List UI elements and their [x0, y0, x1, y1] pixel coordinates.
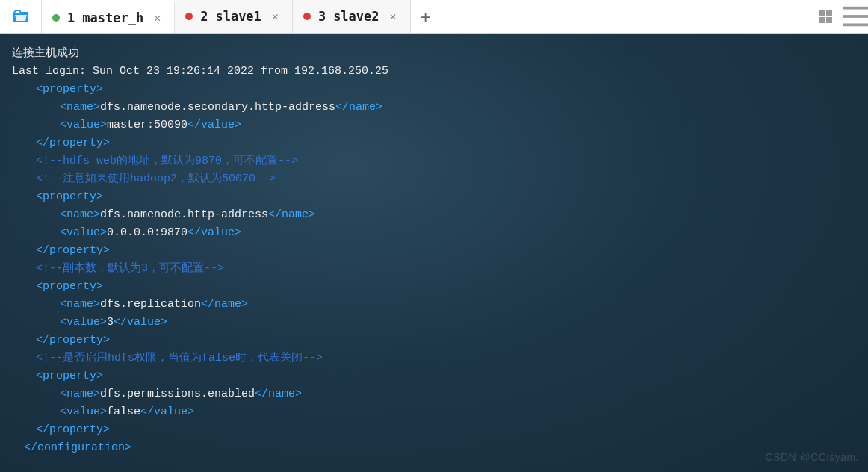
tab-label: master_h [82, 10, 143, 25]
terminal-line: </property> [12, 134, 856, 152]
terminal-line: <value>3</value> [12, 314, 856, 332]
folder-open-icon [12, 7, 30, 25]
tab-number: 3 [318, 9, 326, 24]
terminal-line: <property> [12, 278, 856, 296]
status-dot-icon [303, 13, 311, 20]
terminal-line: </configuration> [12, 439, 856, 457]
terminal-line: <name>dfs.namenode.http-address</name> [12, 206, 856, 224]
svg-rect-4 [843, 7, 868, 10]
terminal-line: <property> [12, 188, 856, 206]
watermark: CSDN @CCisyam. [766, 448, 859, 466]
terminal-output[interactable]: 连接主机成功 Last login: Sun Oct 23 19:26:14 2… [0, 34, 868, 472]
terminal-line: <!--注意如果使用hadoop2，默认为50070--> [12, 170, 856, 188]
terminal-line: <name>dfs.replication</name> [12, 296, 856, 314]
hamburger-icon [843, 4, 868, 29]
tab-label: slave1 [215, 9, 261, 24]
layout-grid-button[interactable] [808, 0, 843, 33]
svg-rect-2 [819, 17, 825, 23]
tab-number: 2 [200, 9, 208, 24]
terminal-line: <value>0.0.0.0:9870</value> [12, 224, 856, 242]
terminal-line: <name>dfs.namenode.secondary.http-addres… [12, 99, 856, 117]
svg-rect-0 [819, 10, 825, 16]
tab-2-slave1[interactable]: 2 slave1 ✕ [175, 0, 293, 33]
tab-number: 1 [67, 10, 75, 25]
svg-rect-1 [826, 10, 832, 16]
close-icon[interactable]: ✕ [269, 8, 282, 25]
add-tab-button[interactable]: + [411, 0, 441, 33]
svg-rect-3 [826, 17, 832, 23]
terminal-line: <!--副本数，默认为3，可不配置--> [12, 260, 856, 278]
terminal-line: </property> [12, 242, 856, 260]
close-icon[interactable]: ✕ [387, 8, 400, 25]
tab-1-master[interactable]: 1 master_h ✕ [42, 0, 175, 33]
tab-3-slave2[interactable]: 3 slave2 ✕ [293, 0, 411, 33]
spacer [441, 0, 808, 33]
terminal-line: 连接主机成功 [12, 45, 856, 63]
terminal-line: <property> [12, 367, 856, 385]
terminal-line: <value>false</value> [12, 403, 856, 421]
terminal-line: Last login: Sun Oct 23 19:26:14 2022 fro… [12, 63, 856, 81]
terminal-line: </property> [12, 332, 856, 350]
close-icon[interactable]: ✕ [151, 10, 164, 26]
open-folder-button[interactable] [0, 0, 42, 33]
terminal-line: <!--是否启用hdfs权限，当值为false时，代表关闭--> [12, 350, 856, 367]
terminal-line: <property> [12, 81, 856, 99]
svg-rect-5 [843, 15, 868, 18]
tab-label: slave2 [333, 9, 379, 24]
tab-bar: 1 master_h ✕ 2 slave1 ✕ 3 slave2 ✕ + [0, 0, 868, 34]
terminal-line: <name>dfs.permissions.enabled</name> [12, 385, 856, 403]
menu-button[interactable] [843, 0, 868, 33]
terminal-line: </property> [12, 421, 856, 439]
grid-icon [819, 10, 832, 23]
status-dot-icon [52, 14, 60, 22]
status-dot-icon [185, 13, 193, 20]
terminal-line: <value>master:50090</value> [12, 117, 856, 134]
svg-rect-6 [843, 23, 868, 26]
terminal-line: <!--hdfs web的地址，默认为9870，可不配置--> [12, 152, 856, 170]
